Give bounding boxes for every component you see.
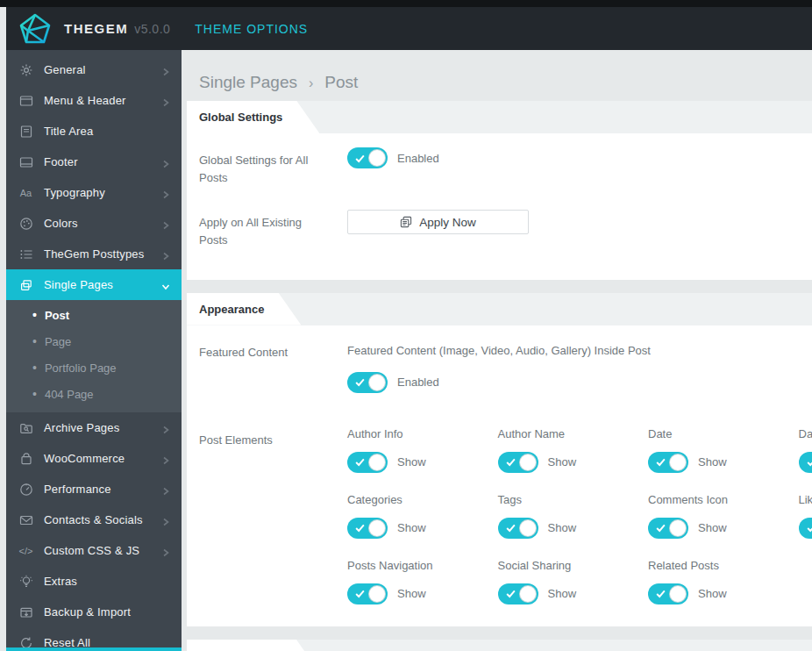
comments-icon-toggle[interactable] [648, 518, 688, 539]
section-appearance: Appearance Featured Content Featured Con… [187, 293, 812, 626]
chevron-right-icon [161, 547, 170, 555]
likes-toggle[interactable] [799, 518, 812, 539]
post-element-label: Categories [347, 493, 498, 506]
date-toggle[interactable] [799, 452, 812, 473]
chevron-right-icon [161, 219, 170, 228]
import-icon [18, 604, 33, 619]
sidebar-item-woocommerce[interactable]: WooCommerce [6, 443, 182, 474]
brand-version: v5.0.0 [134, 22, 170, 36]
apply-now-button[interactable]: Apply Now [347, 210, 529, 234]
toggle-state-label: Show [698, 587, 727, 600]
chevron-right-icon [161, 189, 170, 197]
post-element-label: Author Info [347, 427, 498, 440]
bag-icon [18, 451, 33, 466]
breadcrumb-current: Post [324, 73, 358, 92]
post-element-label: Social Sharing [498, 559, 649, 572]
tags-toggle[interactable] [498, 518, 538, 539]
bullet-icon: • [32, 387, 37, 401]
toggle-knob [519, 519, 537, 537]
sidebar-item-label: Typography [44, 186, 161, 199]
toggle-knob [368, 374, 386, 391]
categories-toggle[interactable] [347, 518, 388, 539]
post-element-posts-navigation: Posts NavigationShow [347, 559, 498, 604]
post-elements-row: Author InfoShowAuthor NameShowDateShowDa… [347, 427, 812, 473]
sidebar-item-title-area[interactable]: Title Area [6, 116, 182, 147]
mail-icon [18, 512, 33, 527]
sidebar-submenu: •Post•Page•Portfolio Page•404 Page [6, 300, 182, 412]
related-posts-toggle[interactable] [648, 583, 688, 604]
sidebar-item-footer[interactable]: Footer [6, 147, 182, 177]
post-elements-row: Posts NavigationShowSocial SharingShowRe… [347, 559, 812, 604]
sidebar-item-label: Title Area [44, 125, 170, 138]
sidebar-item-performance[interactable]: Performance [6, 474, 182, 504]
section-title-appearance: Appearance [187, 293, 301, 326]
chevron-down-icon [161, 281, 170, 290]
sidebar-item-general[interactable]: General [6, 54, 182, 85]
post-element-label: Likes [799, 493, 812, 506]
sidebar-item-contacts-socials[interactable]: Contacts & Socials [6, 504, 182, 535]
sidebar-bottom-accent [6, 647, 182, 651]
featured-content-description: Featured Content (Image, Video, Audio, G… [347, 340, 812, 357]
submenu-item-label: Post [45, 309, 69, 322]
sidebar-item-thegem-posttypes[interactable]: TheGem Posttypes [6, 239, 182, 269]
toggle-knob [669, 585, 687, 603]
breadcrumb: Single Pages › Post [182, 50, 812, 101]
breadcrumb-separator: › [309, 75, 313, 91]
palette-icon [18, 216, 33, 231]
chevron-right-icon [161, 516, 170, 525]
check-icon [354, 522, 366, 533]
toggle-knob [368, 149, 386, 167]
toggle-state-label: Enabled [397, 152, 439, 165]
submenu-item-page[interactable]: •Page [6, 328, 182, 354]
post-element-categories: CategoriesShow [347, 493, 498, 539]
submenu-item-portfolio-page[interactable]: •Portfolio Page [6, 354, 182, 381]
sidebar-item-label: Performance [44, 483, 161, 496]
archive-icon [18, 420, 33, 435]
sidebar-item-backup-import[interactable]: Backup & Import [6, 597, 182, 627]
check-icon [655, 522, 666, 533]
post-element-related-posts: Related PostsShow [648, 559, 799, 604]
post-element-date: DateShow [799, 427, 812, 473]
sidebar-item-label: Custom CSS & JS [44, 544, 161, 557]
breadcrumb-parent[interactable]: Single Pages [199, 73, 297, 92]
posts-navigation-toggle[interactable] [347, 583, 388, 604]
sidebar-item-menu-header[interactable]: Menu & Header [6, 85, 182, 116]
sidebar-item-colors[interactable]: Colors [6, 208, 182, 239]
post-element-comments-icon: Comments IconShow [648, 493, 799, 539]
sidebar-item-label: General [44, 63, 161, 76]
social-sharing-toggle[interactable] [498, 583, 538, 604]
post-element-label: Posts Navigation [347, 559, 498, 572]
featured-content-toggle[interactable] [347, 372, 388, 393]
submenu-item-post[interactable]: •Post [6, 302, 182, 328]
check-icon [505, 522, 516, 533]
apply-now-label: Apply Now [419, 216, 476, 229]
field-label-global-settings-for-all-posts: Global Settings for All Posts [199, 147, 347, 187]
submenu-item-404-page[interactable]: •404 Page [6, 381, 182, 407]
theme-options-link[interactable]: THEME OPTIONS [195, 22, 308, 36]
date-toggle[interactable] [648, 452, 688, 473]
global-settings-for-all-posts-toggle[interactable] [347, 147, 388, 168]
sidebar-item-label: Footer [44, 155, 161, 168]
post-element-social-sharing: Social SharingShow [498, 559, 649, 604]
post-element-label: Tags [498, 493, 649, 506]
chevron-right-icon [161, 66, 170, 75]
sidebar-item-typography[interactable]: AaTypography [6, 177, 182, 208]
sidebar-item-extras[interactable]: Extras [6, 566, 182, 597]
post-element-label: Related Posts [648, 559, 799, 572]
author-name-toggle[interactable] [498, 452, 538, 473]
bullet-icon: • [32, 361, 37, 375]
toggle-knob [368, 454, 386, 471]
sidebar-item-archive-pages[interactable]: Archive Pages [6, 412, 182, 443]
section-title-menu-header: Menu & Header [187, 640, 319, 651]
check-icon [354, 376, 366, 388]
author-info-toggle[interactable] [347, 452, 388, 473]
sidebar-item-label: Extras [44, 575, 170, 588]
sidebar-item-single-pages[interactable]: Single Pages [6, 269, 182, 300]
sidebar-item-label: Archive Pages [44, 421, 161, 434]
check-icon [505, 456, 516, 468]
main-content: Single Pages › Post Global Settings Glob… [182, 50, 812, 651]
sidebar-item-custom-css-js[interactable]: </>Custom CSS & JS [6, 535, 182, 566]
toggle-knob [368, 519, 386, 537]
toggle-knob [669, 519, 687, 537]
post-element-author-info: Author InfoShow [347, 427, 498, 473]
